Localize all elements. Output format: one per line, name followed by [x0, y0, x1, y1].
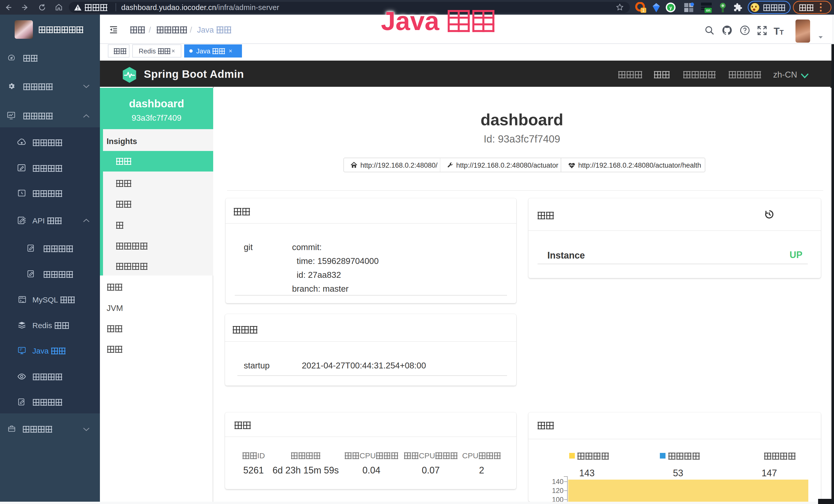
svg-text:1: 1	[642, 8, 645, 13]
svg-text:y: y	[670, 5, 672, 10]
svg-text:on: on	[706, 8, 710, 12]
